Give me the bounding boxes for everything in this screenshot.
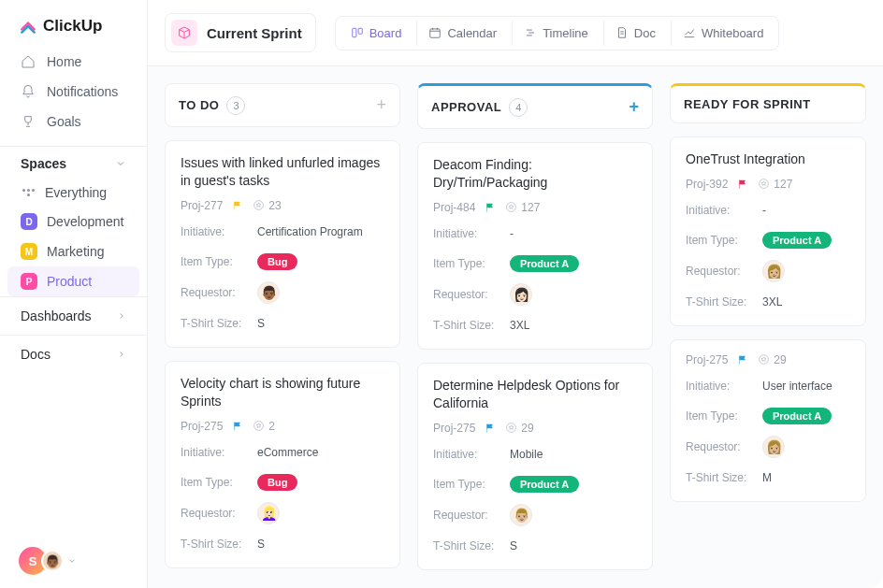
clickup-logo-icon (19, 17, 37, 36)
score: 2 (253, 420, 275, 433)
tab-calendar[interactable]: Calendar (416, 21, 508, 46)
field-item-type: Item Type: Bug (181, 251, 384, 272)
card-meta: Proj-392 127 (686, 178, 850, 191)
score: 23 (253, 199, 281, 212)
field-item-type: Item Type: Bug (181, 472, 384, 493)
item-type-tag: Product A (762, 408, 832, 424)
field-initiative: Initiative: - (686, 200, 850, 221)
section-label: Docs (21, 347, 51, 362)
space-badge: M (21, 243, 37, 260)
project-id: Proj-392 (686, 178, 728, 191)
field-initiative: Initiative: User interface (686, 376, 850, 396)
tab-timeline[interactable]: Timeline (512, 21, 600, 46)
field-tshirt: T-Shirt Size: S (181, 534, 384, 554)
column-header[interactable]: READY FOR SPRINT (670, 83, 866, 123)
card-meta: Proj-277 23 (181, 199, 384, 212)
card[interactable]: OneTrust Integration Proj-392 127 Initia… (670, 136, 866, 326)
column-title: APPROVAL (431, 100, 501, 114)
space-item-marketing[interactable]: M Marketing (0, 237, 147, 266)
requestor-avatar: 👩🏼 (762, 260, 785, 282)
column-count: 4 (509, 98, 528, 117)
flag-icon (232, 200, 243, 211)
column: APPROVAL 4 + Deacom Finding: Dry/Trim/Pa… (417, 83, 653, 571)
board: TO DO 3 + Issues with linked unfurled im… (148, 66, 883, 588)
space-everything[interactable]: Everything (0, 179, 147, 207)
doc-icon (615, 26, 629, 39)
project-id: Proj-484 (433, 201, 475, 214)
project-id: Proj-275 (181, 420, 223, 433)
field-item-type: Item Type: Product A (433, 474, 637, 495)
flag-icon (485, 202, 496, 213)
svg-rect-0 (352, 28, 355, 36)
requestor-avatar: 👩🏼 (762, 436, 785, 458)
column: TO DO 3 + Issues with linked unfurled im… (165, 83, 400, 571)
card[interactable]: Proj-275 29 Initiative: User interface I… (670, 339, 866, 502)
page-title-chip[interactable]: Current Sprint (165, 13, 316, 52)
item-type-tag: Product A (510, 255, 579, 272)
space-label: Product (47, 274, 92, 289)
add-card-button[interactable]: + (629, 97, 639, 117)
spaces-header[interactable]: Spaces (0, 146, 147, 179)
nav-goals[interactable]: Goals (0, 107, 147, 136)
nav-notifications[interactable]: Notifications (0, 77, 147, 107)
field-tshirt: T-Shirt Size: M (686, 467, 850, 488)
card-title: OneTrust Integration (686, 151, 850, 168)
field-requestor: Requestor: 👱🏻‍♀️ (181, 502, 384, 524)
requestor-avatar: 👨🏼 (510, 504, 532, 526)
add-card-button[interactable]: + (376, 95, 386, 115)
sidebar-footer[interactable]: S 👨🏾 (0, 534, 147, 588)
dashboards-section[interactable]: Dashboards (0, 296, 147, 335)
logo[interactable]: ClickUp (0, 0, 147, 47)
field-tshirt: T-Shirt Size: S (181, 313, 384, 334)
card[interactable]: Determine Helpdesk Options for Californi… (417, 363, 653, 570)
project-id: Proj-275 (686, 353, 728, 366)
score: 127 (505, 201, 540, 214)
chevron-down-icon (115, 158, 126, 169)
chevron-right-icon (117, 311, 126, 321)
card-meta: Proj-484 127 (433, 201, 637, 214)
nav-home[interactable]: Home (0, 47, 147, 77)
column-header[interactable]: TO DO 3 + (165, 83, 400, 127)
card[interactable]: Velocity chart is showing future Sprints… (165, 361, 400, 568)
score: 29 (505, 422, 533, 435)
spaces-label: Spaces (21, 156, 66, 171)
nav-label: Home (47, 54, 81, 69)
svg-rect-2 (430, 29, 441, 37)
card[interactable]: Issues with linked unfurled images in gu… (165, 140, 400, 348)
docs-section[interactable]: Docs (0, 335, 147, 373)
field-item-type: Item Type: Product A (433, 253, 637, 274)
field-initiative: Initiative: Certification Program (181, 222, 384, 242)
user-avatar-secondary[interactable]: 👨🏾 (41, 550, 64, 572)
calendar-icon (428, 26, 442, 39)
whiteboard-icon (683, 26, 696, 39)
card-meta: Proj-275 29 (433, 422, 637, 435)
tab-doc[interactable]: Doc (603, 21, 667, 46)
project-id: Proj-275 (433, 422, 475, 435)
space-item-product[interactable]: P Product (7, 266, 139, 296)
item-type-tag: Bug (257, 474, 297, 491)
home-icon (21, 54, 36, 69)
tab-board[interactable]: Board (340, 21, 413, 46)
requestor-avatar: 👱🏻‍♀️ (257, 502, 280, 524)
flag-icon (485, 423, 496, 434)
score: 127 (758, 178, 792, 191)
card[interactable]: Deacom Finding: Dry/Trim/Packaging Proj-… (417, 142, 653, 350)
tab-whiteboard[interactable]: Whiteboard (671, 21, 774, 46)
column-title: TO DO (179, 98, 219, 112)
card-title: Velocity chart is showing future Sprints (181, 375, 384, 410)
flag-icon (737, 179, 748, 190)
requestor-avatar: 👩🏻 (510, 283, 532, 306)
space-label: Everything (45, 185, 107, 200)
trophy-icon (21, 114, 36, 129)
card-meta: Proj-275 29 (686, 353, 850, 366)
main: Current Sprint Board Calendar Timeline (148, 0, 883, 588)
space-item-development[interactable]: D Development (0, 207, 147, 237)
field-requestor: Requestor: 👩🏼 (686, 436, 850, 458)
field-requestor: Requestor: 👨🏼 (433, 504, 637, 526)
column-header[interactable]: APPROVAL 4 + (417, 83, 653, 129)
item-type-tag: Bug (257, 253, 297, 270)
column-title: READY FOR SPRINT (684, 97, 811, 111)
flag-icon (737, 354, 748, 366)
view-tabs: Board Calendar Timeline Doc Whiteboard (335, 16, 780, 50)
chevron-right-icon (117, 350, 126, 359)
